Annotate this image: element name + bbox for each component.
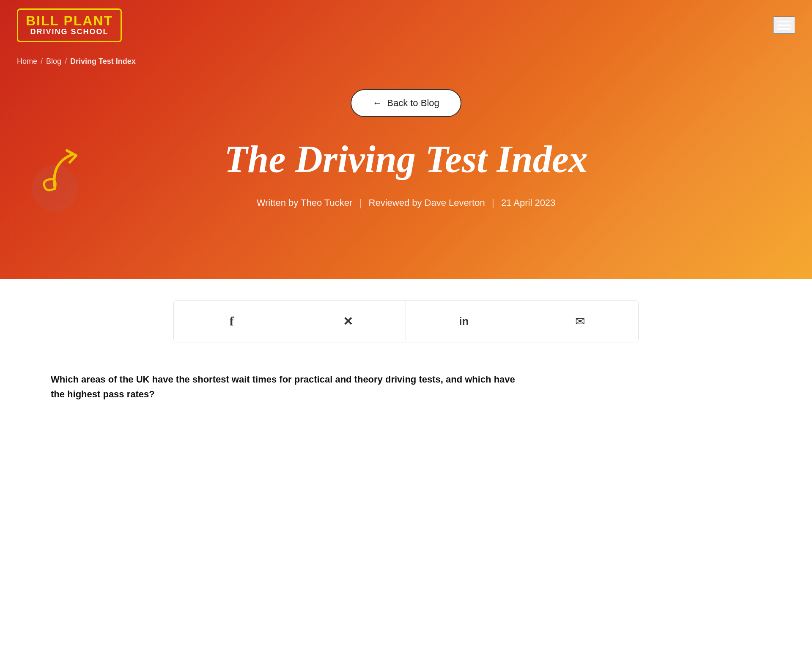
article-intro: Which areas of the UK have the shortest … [51, 372, 516, 402]
breadcrumb-current[interactable]: Driving Test Index [70, 57, 136, 66]
breadcrumb: Home / Blog / Driving Test Index [0, 51, 812, 72]
twitter-x-icon: ✕ [343, 314, 353, 328]
breadcrumb-sep-1: / [41, 57, 43, 66]
article-content: Which areas of the UK have the shortest … [0, 342, 812, 427]
breadcrumb-sep-2: / [65, 57, 67, 66]
share-email-button[interactable]: ✉ [522, 301, 639, 342]
share-facebook-button[interactable]: f [174, 301, 290, 342]
share-bar: f ✕ in ✉ [173, 300, 639, 342]
logo-bottom: DRIVING SCHOOL [30, 27, 109, 37]
breadcrumb-blog[interactable]: Blog [46, 57, 61, 66]
back-to-blog-label: Back to Blog [387, 98, 439, 109]
hero-section: BILL PLANT DRIVING SCHOOL Home / Blog / … [0, 0, 812, 279]
back-to-blog-button[interactable]: ← Back to Blog [351, 89, 461, 117]
breadcrumb-home[interactable]: Home [17, 57, 37, 66]
hamburger-menu[interactable] [773, 16, 795, 34]
share-section: f ✕ in ✉ [0, 279, 812, 342]
decorative-arrow [25, 138, 102, 214]
linkedin-icon: in [459, 315, 469, 328]
hamburger-line-2 [777, 25, 791, 26]
article-meta: Written by Theo Tucker | Reviewed by Dav… [257, 197, 556, 209]
meta-sep-2: | [492, 197, 494, 209]
reviewed-by: Reviewed by Dave Leverton [369, 197, 485, 208]
facebook-icon: f [230, 314, 234, 328]
logo: BILL PLANT DRIVING SCHOOL [17, 8, 122, 42]
written-by: Written by Theo Tucker [257, 197, 353, 208]
share-twitter-button[interactable]: ✕ [290, 301, 406, 342]
publish-date: 21 April 2023 [501, 197, 555, 208]
logo-container: BILL PLANT DRIVING SCHOOL [17, 8, 122, 42]
meta-sep-1: | [359, 197, 362, 209]
back-arrow-icon: ← [373, 98, 382, 109]
page-title: The Driving Test Index [224, 138, 587, 180]
share-linkedin-button[interactable]: in [406, 301, 522, 342]
email-icon: ✉ [575, 314, 585, 328]
header: BILL PLANT DRIVING SCHOOL [0, 0, 812, 51]
hamburger-line-1 [777, 21, 791, 22]
hamburger-line-3 [777, 28, 791, 30]
logo-top: BILL PLANT [26, 14, 113, 27]
hero-content: ← Back to Blog The Driving Test Index Wr… [0, 72, 812, 234]
